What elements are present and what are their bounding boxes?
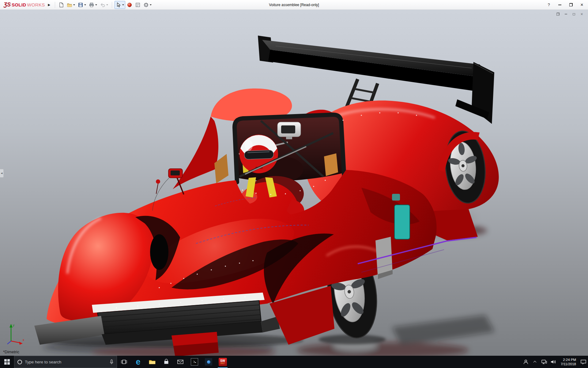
system-tray: 2:24 PM 7/11/2018: [521, 356, 588, 368]
microphone-icon[interactable]: [109, 359, 114, 365]
taskbar-search[interactable]: [14, 356, 117, 368]
windows-logo-icon: [4, 359, 10, 365]
windows-taskbar: e SW 2017: [0, 356, 588, 368]
doc-float-button[interactable]: [555, 11, 561, 17]
command-prompt-button[interactable]: [187, 356, 202, 368]
store-icon: [163, 359, 169, 365]
orientation-triad[interactable]: x y: [4, 321, 26, 345]
solidworks-taskbar-button[interactable]: SW 2017: [216, 356, 230, 368]
edge-button[interactable]: e: [131, 356, 145, 368]
z-axis-stub: [7, 341, 11, 344]
task-view-icon: [121, 359, 127, 365]
clock-date: 7/11/2018: [561, 362, 576, 366]
network-icon: [541, 359, 547, 364]
appearances-button[interactable]: [126, 1, 134, 9]
brand-text-solid: SOLID: [12, 2, 26, 7]
undo-dropdown-caret[interactable]: [106, 4, 108, 6]
new-document-button[interactable]: [57, 1, 65, 9]
doc-float-icon: [556, 13, 560, 16]
close-button[interactable]: ×: [576, 1, 587, 9]
print-dropdown-caret[interactable]: [95, 4, 97, 6]
cortana-icon: [17, 360, 22, 364]
minimize-button[interactable]: [554, 1, 565, 9]
y-axis-arrow: [9, 324, 13, 328]
y-axis-label: y: [13, 324, 14, 327]
panel-collapse-arrow[interactable]: ◀: [0, 169, 4, 178]
store-button[interactable]: [159, 356, 173, 368]
photos-button[interactable]: [202, 356, 216, 368]
doc-close-button[interactable]: ×: [579, 11, 585, 17]
people-icon: [523, 359, 529, 365]
file-explorer-button[interactable]: [145, 356, 159, 368]
file-explorer-icon: [149, 359, 156, 365]
restore-icon: [569, 3, 573, 6]
open-dropdown-caret[interactable]: [73, 4, 75, 6]
mail-icon: [177, 359, 183, 364]
undo-arrow-icon: [100, 2, 105, 8]
volume-button[interactable]: [549, 359, 558, 364]
people-button[interactable]: [521, 359, 530, 365]
save-floppy-icon: [78, 2, 83, 8]
x-axis-label: x: [23, 338, 24, 342]
edge-icon: e: [136, 358, 140, 366]
camera-pod: [277, 122, 301, 139]
select-dropdown-caret[interactable]: [122, 4, 124, 6]
action-center-icon: [580, 359, 586, 365]
undo-button[interactable]: [99, 1, 109, 9]
select-cursor-icon: [116, 2, 121, 8]
toolbar-separator: [112, 2, 112, 8]
tray-expand-button[interactable]: [530, 360, 540, 363]
teal-side-panel: [394, 205, 410, 239]
new-document-icon: [58, 2, 64, 8]
brand-text-works: WORKS: [27, 2, 45, 7]
doc-minimize-icon: [565, 14, 567, 14]
appearance-sphere-icon: [127, 2, 132, 8]
chevron-up-icon: [533, 361, 537, 364]
speaker-icon: [550, 359, 556, 364]
help-button[interactable]: ?: [543, 1, 554, 9]
main-toolbar: [57, 1, 153, 9]
x-axis-arrow: [19, 342, 23, 345]
sheet-properties-button[interactable]: [134, 1, 142, 9]
printer-icon: [89, 2, 94, 8]
gear-icon: [143, 2, 149, 8]
toolbar-separator: [55, 2, 55, 8]
print-button[interactable]: [88, 1, 98, 9]
task-view-button[interactable]: [117, 356, 131, 368]
action-center-button[interactable]: [579, 359, 588, 365]
open-folder-icon: [67, 2, 72, 8]
solidworks-app-icon: SW 2017: [219, 358, 227, 366]
start-button[interactable]: [0, 356, 14, 368]
save-dropdown-caret[interactable]: [84, 4, 86, 6]
photos-icon: [205, 358, 212, 366]
ds-logo-icon: ƷS: [4, 2, 11, 8]
solidworks-logo: ƷS SOLIDWORKS: [1, 2, 47, 8]
window-controls: ? ×: [543, 1, 587, 9]
minimize-icon: [558, 5, 561, 5]
options-dropdown-caret[interactable]: [150, 4, 152, 6]
document-window-controls: ×: [555, 11, 585, 17]
options-button[interactable]: [142, 1, 153, 9]
app-titlebar: ƷS SOLIDWORKS ▶: [0, 0, 588, 10]
network-button[interactable]: [540, 359, 549, 364]
clock[interactable]: 2:24 PM 7/11/2018: [558, 358, 579, 366]
restore-button[interactable]: [565, 1, 576, 9]
clock-time: 2:24 PM: [563, 358, 576, 362]
doc-maximize-icon: [573, 13, 575, 15]
command-prompt-icon: [191, 358, 198, 366]
view-orientation-label: *Dimetric: [3, 350, 19, 354]
sheet-icon: [135, 2, 141, 8]
menu-flyout-arrow[interactable]: ▶: [47, 2, 53, 7]
open-document-button[interactable]: [66, 1, 76, 9]
solidworks-window: ƷS SOLIDWORKS ▶: [0, 0, 588, 368]
search-input[interactable]: [25, 360, 107, 364]
mail-button[interactable]: [173, 356, 187, 368]
race-car-model[interactable]: [0, 10, 588, 356]
graphics-viewport[interactable]: × ◀: [0, 10, 588, 356]
doc-minimize-button[interactable]: [563, 11, 569, 17]
save-button[interactable]: [77, 1, 87, 9]
document-title: Voiture assemblee [Read-only]: [269, 3, 319, 7]
doc-maximize-button[interactable]: [571, 11, 577, 17]
select-tool-button[interactable]: [115, 1, 125, 9]
